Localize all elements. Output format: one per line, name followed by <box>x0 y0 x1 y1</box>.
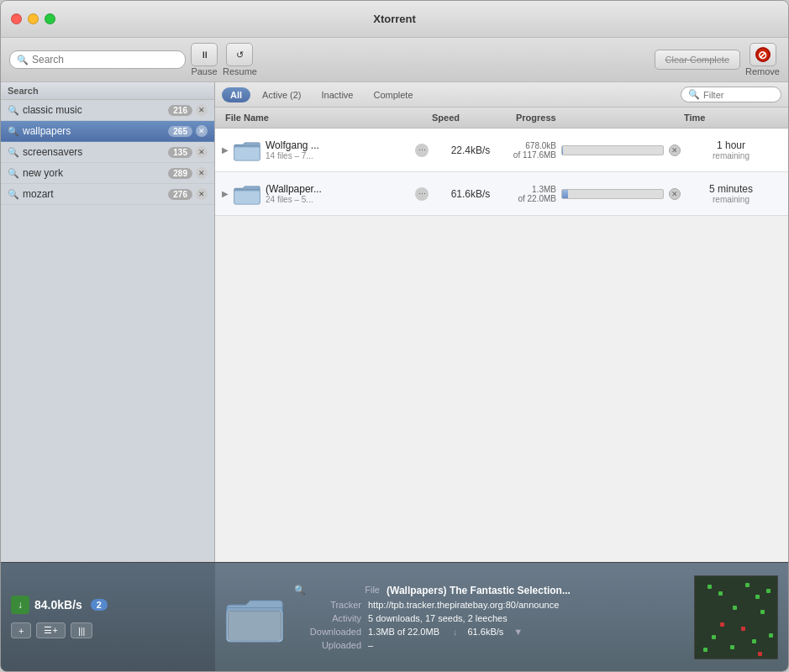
sidebar-item-wallpapers[interactable]: 🔍 wallpapers 265 ✕ <box>1 121 214 142</box>
sidebar-items-list: 🔍 classic music 216 ✕ 🔍 wallpapers 265 ✕… <box>1 100 214 205</box>
time-label: remaining <box>681 151 781 160</box>
sidebar-item-close-button[interactable]: ✕ <box>196 167 208 179</box>
sidebar-item-close-button[interactable]: ✕ <box>196 125 208 137</box>
pause-button[interactable]: ⏸ <box>191 43 218 66</box>
total-amount: of 117.6MB <box>513 150 556 160</box>
file-meta: 14 files – 7... <box>266 151 410 160</box>
table-row[interactable]: ▶ (Wallpaper... 24 files – 5... ⋯ 61.6kB… <box>215 172 788 216</box>
file-action-button[interactable]: ⋯ <box>415 187 429 201</box>
svg-rect-9 <box>229 611 281 640</box>
clear-complete-button[interactable]: Clear Complete <box>655 50 740 70</box>
sidebar-item-label: wallpapers <box>23 125 165 137</box>
speed-dropdown-icon[interactable]: ▼ <box>513 627 523 637</box>
col-filename: File Name <box>222 111 429 124</box>
expand-arrow-icon[interactable]: ▶ <box>222 189 229 198</box>
map-dot-green <box>703 648 707 652</box>
filter-tab-complete[interactable]: Complete <box>365 87 421 102</box>
time-label: remaining <box>681 195 781 204</box>
map-dot-green <box>745 583 750 587</box>
filter-tab-inactive[interactable]: Inactive <box>313 87 362 102</box>
download-speed-value: 61.6kB/s <box>468 627 504 637</box>
speed-icon: ↓ <box>11 596 29 614</box>
sidebar-item-close-button[interactable]: ✕ <box>196 188 208 200</box>
resume-icon: ↺ <box>236 50 244 60</box>
rss-button[interactable]: ☰+ <box>36 622 65 638</box>
remove-button[interactable]: ⊘ <box>750 43 776 66</box>
file-cell: ▶ (Wallpaper... 24 files – 5... ⋯ <box>222 182 429 206</box>
list-button[interactable]: ||| <box>71 622 93 638</box>
status-info: 🔍 File (Wallpapers) The Fantastic Select… <box>215 563 788 671</box>
progress-bar-fill <box>562 190 568 198</box>
maximize-button[interactable] <box>45 13 55 24</box>
file-info: Wolfgang ... 14 files – 7... <box>266 139 410 160</box>
tracker-key: Tracker <box>294 600 361 610</box>
time-main: 5 minutes <box>681 183 781 195</box>
window-title: Xtorrent <box>373 13 416 25</box>
active-count-badge: 2 <box>91 599 108 611</box>
status-tracker-row: Tracker http://tpb.tracker.thepiratebay.… <box>294 600 684 610</box>
sidebar-item-close-button[interactable]: ✕ <box>196 146 208 158</box>
sidebar-item-mozart[interactable]: 🔍 mozart 276 ✕ <box>1 184 214 205</box>
minimize-button[interactable] <box>28 13 39 24</box>
file-info: (Wallpaper... 24 files – 5... <box>266 183 410 204</box>
map-dot-green <box>752 639 756 643</box>
map-dot-red <box>720 622 724 627</box>
col-speed: Speed <box>429 111 513 124</box>
activity-value: 5 downloads, 17 seeds, 2 leeches <box>368 613 508 623</box>
sidebar-item-label: new york <box>23 167 165 179</box>
pause-label: Pause <box>191 66 217 76</box>
status-folder-icon <box>225 588 284 647</box>
uploaded-key: Uploaded <box>294 640 361 650</box>
filter-search-input[interactable] <box>703 90 774 100</box>
progress-cancel-button[interactable]: ✕ <box>669 144 681 156</box>
resume-label: Resume <box>223 66 257 76</box>
file-action-button[interactable]: ⋯ <box>415 144 429 157</box>
col-progress: Progress <box>513 111 681 124</box>
file-key: File <box>313 585 380 596</box>
col-time: Time <box>681 111 781 124</box>
map-dot-green <box>730 645 734 649</box>
sidebar-item-label: screensavers <box>23 146 165 158</box>
remove-group: ⊘ Remove <box>745 43 780 76</box>
downloaded-key: Downloaded <box>294 627 361 637</box>
expand-arrow-icon[interactable]: ▶ <box>222 145 229 155</box>
filter-tab-all[interactable]: All <box>222 87 250 102</box>
sidebar-item-count: 216 <box>168 105 192 116</box>
search-box[interactable]: 🔍 <box>9 50 186 69</box>
svg-rect-5 <box>234 191 259 203</box>
sidebar-item-classic-music[interactable]: 🔍 classic music 216 ✕ <box>1 100 214 121</box>
table-row[interactable]: ▶ Wolfgang ... 14 files – 7... ⋯ 22.4kB/… <box>215 129 788 172</box>
peer-map <box>694 575 778 659</box>
map-dot-green <box>755 595 760 599</box>
resume-button[interactable]: ↺ <box>226 43 253 66</box>
close-button[interactable] <box>11 13 22 24</box>
search-input[interactable] <box>32 54 178 66</box>
sidebar-item-close-button[interactable]: ✕ <box>196 104 208 116</box>
progress-cell: 1.3MB of 22.0MB ✕ <box>513 185 681 203</box>
search-icon: 🔍 <box>17 55 29 66</box>
filter-bar: AllActive (2)InactiveComplete 🔍 <box>215 82 788 108</box>
progress-cancel-button[interactable]: ✕ <box>669 188 681 200</box>
sidebar-item-screensavers[interactable]: 🔍 screensavers 135 ✕ <box>1 142 214 163</box>
table-body: ▶ Wolfgang ... 14 files – 7... ⋯ 22.4kB/… <box>215 129 788 562</box>
filter-tabs: AllActive (2)InactiveComplete <box>222 87 422 102</box>
add-button[interactable]: + <box>11 622 31 638</box>
toolbar: 🔍 ⏸ Pause ↺ Resume Clear Complete ⊘ Remo… <box>1 38 788 82</box>
progress-bar-container <box>561 189 664 199</box>
filter-search-box[interactable]: 🔍 <box>681 87 781 102</box>
speed-cell: 22.4kB/s <box>429 144 513 156</box>
map-dot-green <box>733 606 737 610</box>
map-dot-green <box>718 591 723 596</box>
total-amount: of 22.0MB <box>513 194 556 203</box>
downloaded-amount: 1.3MB <box>513 185 556 194</box>
map-dot-green <box>707 585 712 589</box>
file-value: (Wallpapers) The Fantastic Selection... <box>387 585 571 596</box>
titlebar: Xtorrent <box>1 1 788 38</box>
svg-rect-2 <box>234 147 259 160</box>
sidebar-item-count: 265 <box>168 126 192 137</box>
filter-tab-active-2[interactable]: Active (2) <box>254 87 309 102</box>
uploaded-value: – <box>368 640 373 650</box>
search-item-icon: 🔍 <box>8 105 19 116</box>
sidebar-item-new-york[interactable]: 🔍 new york 289 ✕ <box>1 163 214 184</box>
progress-bar-container <box>561 145 664 155</box>
